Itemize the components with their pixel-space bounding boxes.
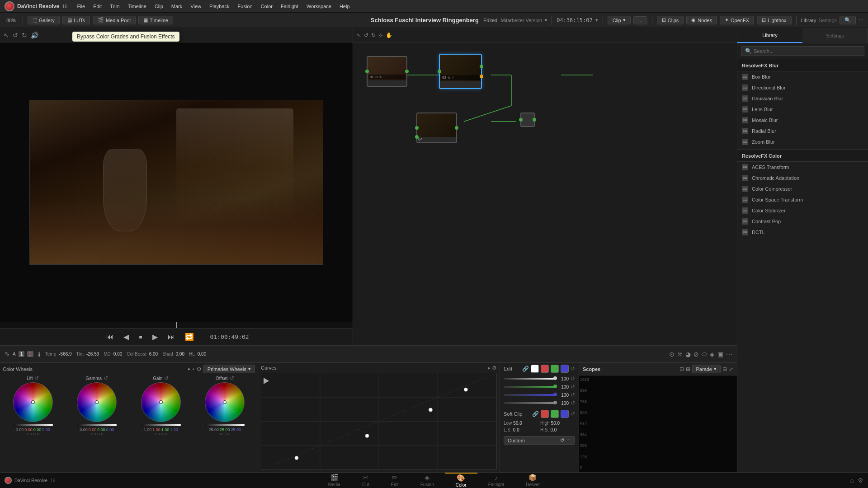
sidebar-item-color-space-transform[interactable]: ≡≡ Color Space Transform — [737, 194, 868, 205]
edit-reset-icon[interactable]: ↺ — [571, 366, 575, 372]
raw-tool-icon[interactable]: ◈ — [710, 351, 715, 358]
primaries-wheels-dropdown[interactable]: Primaries Wheels ▾ — [203, 365, 255, 373]
edit-r-chip[interactable] — [541, 365, 549, 373]
tab-media[interactable]: 🎬 Media — [317, 473, 351, 488]
gain-wheel[interactable] — [141, 382, 181, 422]
edit-slider-2-reset-icon[interactable]: ↺ — [571, 384, 575, 390]
pencil-tool-icon[interactable]: ✎ — [5, 351, 10, 358]
gamma-wheel[interactable] — [77, 382, 117, 422]
tab-cut[interactable]: ✂ Cut — [351, 473, 380, 488]
scopes-mode-dropdown[interactable]: Parade ▾ — [692, 365, 721, 373]
sidebar-item-color-stabilizer[interactable]: ≡≡ Color Stabilizer — [737, 205, 868, 216]
menu-workspace[interactable]: Workspace — [303, 3, 335, 10]
wheels-settings-button[interactable]: ⚙ — [197, 366, 202, 372]
hsl-tool-icon[interactable]: ◕ — [685, 351, 691, 358]
node-tool-select-icon[interactable]: ⊹ — [378, 32, 383, 38]
offset-reset-icon[interactable]: ↺ — [230, 375, 234, 381]
node-tool-cursor-icon[interactable]: ↖ — [357, 32, 361, 38]
edit-slider-1-reset-icon[interactable]: ↺ — [571, 375, 575, 382]
curve-tool-icon[interactable]: ⤲ — [677, 351, 683, 358]
media-pool-button[interactable]: 🎬 Media Pool — [93, 16, 136, 24]
gamma-reset-icon[interactable]: ↺ — [104, 375, 108, 381]
library-tab[interactable]: Library — [801, 18, 816, 23]
offset-brightness-slider[interactable] — [205, 424, 245, 426]
node-tool-pan-icon[interactable]: ✋ — [386, 32, 392, 38]
menu-playback[interactable]: Playback — [206, 3, 233, 10]
edit-slider-3-reset-icon[interactable]: ↺ — [571, 392, 575, 398]
sidebar-item-chromatic-adaptation[interactable]: ≡≡ Chromatic Adaptation — [737, 173, 868, 183]
edit-y-chip[interactable] — [531, 365, 539, 373]
curves-settings-button[interactable]: ⚙ — [492, 365, 497, 371]
node-tool-undo-icon[interactable]: ↺ — [364, 32, 368, 38]
tab-edit[interactable]: ✏ Edit — [380, 473, 409, 488]
scopes-fullscreen-icon[interactable]: ⤢ — [729, 366, 733, 372]
custom-dropdown-button[interactable]: Custom ↺ ⋯ — [504, 436, 575, 445]
wheels-dot-2[interactable]: ● — [192, 366, 195, 371]
soft-clip-b-chip[interactable] — [561, 410, 569, 418]
skip-to-end-button[interactable]: ⏭ — [165, 331, 178, 343]
luts-button[interactable]: ▤ LUTs — [62, 16, 90, 24]
curves-canvas[interactable] — [261, 373, 497, 470]
sidebar-item-lens-blur[interactable]: ≡≡ Lens Blur — [737, 104, 868, 115]
node-04[interactable]: 04 — [416, 113, 457, 143]
gamma-brightness-slider[interactable] — [77, 424, 117, 426]
menu-view[interactable]: View — [187, 3, 204, 10]
node-02[interactable]: 02 ⊙ ✓ — [439, 54, 482, 89]
search-button[interactable]: 🔍 — [840, 16, 856, 24]
edit-slider-4-reset-icon[interactable]: ↺ — [571, 400, 575, 406]
menu-help[interactable]: Help — [336, 3, 353, 10]
menu-color[interactable]: Color — [258, 3, 276, 10]
edit-g-chip[interactable] — [551, 365, 559, 373]
sidebar-item-color-compressor[interactable]: ≡≡ Color Compressor — [737, 183, 868, 194]
sidebar-item-dctl[interactable]: ≡≡ DCTL — [737, 227, 868, 238]
sidebar-item-radial-blur[interactable]: ≡≡ Radial Blur — [737, 126, 868, 136]
scopes-expand-icon[interactable]: ⊟ — [722, 366, 727, 372]
edit-b-chip[interactable] — [561, 365, 569, 373]
menu-mark[interactable]: Mark — [168, 3, 185, 10]
gain-brightness-slider[interactable] — [141, 424, 181, 426]
lift-wheel[interactable] — [13, 382, 53, 422]
cursor-tool-icon[interactable]: ↖ — [4, 32, 9, 39]
playhead-strip[interactable] — [0, 322, 353, 328]
soft-clip-r-chip[interactable] — [541, 410, 549, 418]
sidebar-tab-library[interactable]: Library — [737, 28, 802, 43]
node-output[interactable] — [520, 113, 535, 127]
loop-button[interactable]: 🔁 — [182, 331, 197, 343]
step-back-button[interactable]: ◀ — [121, 331, 132, 343]
menu-edit[interactable]: Edit — [90, 3, 105, 10]
lift-reset-icon[interactable]: ↺ — [34, 375, 39, 381]
clips-view-button[interactable]: ⊞ Clips — [657, 16, 684, 24]
sidebar-search-input[interactable] — [754, 48, 860, 54]
offset-wheel[interactable] — [205, 382, 245, 422]
tab-fusion[interactable]: ◈ Fusion — [410, 473, 445, 488]
redo-icon[interactable]: ↻ — [22, 32, 27, 39]
skip-to-start-button[interactable]: ⏮ — [104, 331, 116, 343]
sidebar-item-directional-blur[interactable]: ≡≡ Directional Blur — [737, 82, 868, 93]
tab-deliver[interactable]: 📦 Deliver — [515, 473, 551, 488]
soft-clip-link-icon[interactable]: 🔗 — [532, 411, 539, 417]
sidebar-item-zoom-blur[interactable]: ≡≡ Zoom Blur — [737, 136, 868, 147]
curves-dot[interactable]: ● — [487, 366, 490, 371]
3d-lut-icon[interactable]: ▣ — [717, 351, 723, 358]
edit-slider-4-track[interactable] — [504, 402, 555, 404]
gain-reset-icon[interactable]: ↺ — [164, 375, 169, 381]
home-icon[interactable]: ⌂ — [850, 477, 854, 484]
vignette-tool-icon[interactable]: ⬭ — [702, 350, 707, 358]
edit-slider-2-track[interactable] — [504, 386, 555, 388]
timeline-button[interactable]: ▦ Timeline — [138, 16, 173, 24]
play-button[interactable]: ▶ — [150, 331, 160, 343]
menu-file[interactable]: File — [74, 3, 88, 10]
settings-tab[interactable]: Settings — [819, 18, 837, 23]
sidebar-item-gaussian-blur[interactable]: ≡≡ Gaussian Blur — [737, 93, 868, 104]
clip-dropdown[interactable]: Clip ▾ — [608, 16, 631, 24]
settings-bottom-icon[interactable]: ⚙ — [858, 477, 863, 484]
sidebar-item-mosaic-blur[interactable]: ≡≡ Mosaic Blur — [737, 115, 868, 126]
tab-color[interactable]: 🎨 Color — [445, 473, 477, 488]
node-01[interactable]: 01 ⊙ ✎ — [367, 56, 407, 87]
motion-effects-icon[interactable]: ⋯ — [726, 351, 732, 358]
qualifier-tool-icon[interactable]: ⊙ — [669, 351, 675, 358]
menu-fairlight[interactable]: Fairlight — [278, 3, 302, 10]
scopes-waveform-icon[interactable]: ⊡ — [679, 366, 684, 372]
wheels-dot-1[interactable]: ● — [188, 366, 190, 371]
edit-link-icon[interactable]: 🔗 — [522, 366, 529, 372]
